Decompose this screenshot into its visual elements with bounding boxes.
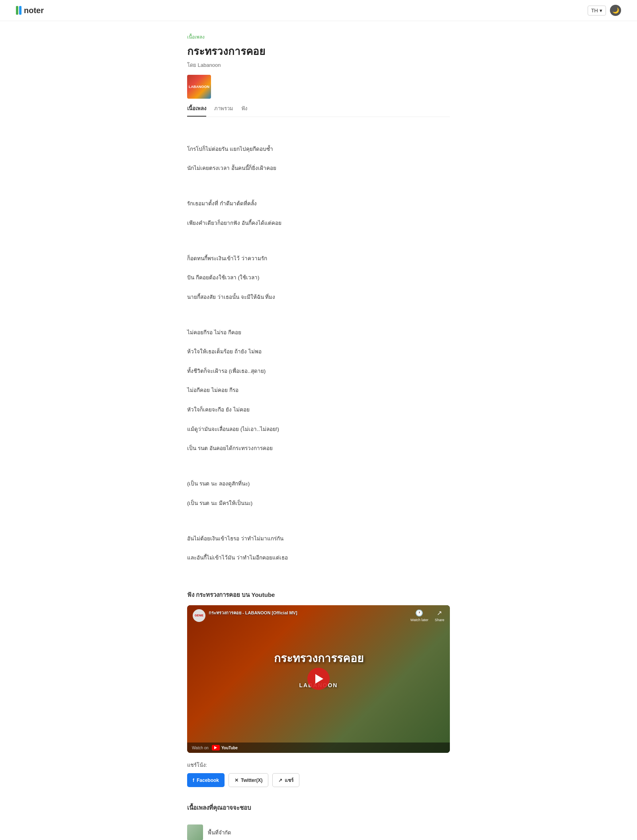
- channel-label: GENIE: [195, 614, 203, 617]
- watch-later-button[interactable]: 🕐 Watch later: [410, 609, 428, 622]
- header-right: TH ▾ 🌙: [588, 5, 621, 16]
- twitter-share-button[interactable]: ✕ Twitter(X): [229, 773, 268, 787]
- twitter-icon: ✕: [234, 778, 238, 783]
- lyrics-line: ห้วใจให้เธอเต็มร้อย ถ้ายัง ไม่พอ: [187, 349, 262, 355]
- tab-bar: เนื้อเพลง ภาพรวม ฟัง: [187, 104, 450, 117]
- watch-on-label: Watch on: [192, 746, 209, 750]
- yt-thumbnail: GENIE กระทรวงการคอย - LABANOON [Official…: [187, 605, 450, 753]
- recommendations-section: เนื้อเพลงที่คุณอาจจะชอบ พื้นที่จำกัด จาก…: [187, 803, 450, 840]
- chevron-down-icon: ▾: [600, 8, 602, 14]
- lyrics-line: เพียงคำเดียวก็อยากฟัง อันกี้คงได้แต่คอย: [187, 220, 281, 226]
- yt-channel-icon: GENIE: [193, 609, 205, 622]
- lyrics-line: นายกี้สองสัย ว่าเธอนั้น จะมีให้ฉัน ที่มง: [187, 294, 275, 300]
- logo-text: noter: [24, 6, 44, 15]
- play-button[interactable]: [307, 668, 330, 690]
- album-art-label: LABANOON: [189, 85, 209, 89]
- dark-mode-toggle[interactable]: 🌙: [610, 5, 621, 16]
- logo-icon: [16, 6, 21, 15]
- yt-logo: YouTube: [212, 745, 238, 750]
- song-artist: โดย Labanoon: [187, 61, 450, 69]
- lyrics-line: ก็อดทนกี้พระเงินเข้าไว้ ว่าความรัก: [187, 255, 267, 261]
- share-section: แชร์โน้ง: f Facebook ✕ Twitter(X) ↗ แชร์: [187, 761, 450, 787]
- lyrics-line: ปัน กีคอยต้องใช้เวลา (ใช้เวลา): [187, 275, 260, 281]
- recommendations-title: เนื้อเพลงที่คุณอาจจะชอบ: [187, 803, 450, 813]
- facebook-icon: f: [193, 778, 194, 783]
- yt-big-text: กระทรวงการรคอย: [274, 649, 363, 667]
- breadcrumb: เนื้อเพลง: [187, 33, 450, 41]
- share-icon: ↗: [437, 609, 442, 617]
- clock-icon: 🕐: [415, 609, 423, 617]
- lyrics-line: เป็น รนต อันคอยได้กระทรวงการคอย: [187, 445, 273, 451]
- lyrics-line: แม้ดูว่ามันจะเลื่อนลอย (ไม่เอา..ไม่ลอย!): [187, 426, 279, 432]
- play-triangle-icon: [315, 674, 323, 684]
- lyrics-container: โกรโปก็ไม่ต่อยรัน แยกไปคุยกีดอบซ้ำ นักไม…: [187, 125, 450, 579]
- list-item[interactable]: พื้นที่จำกัด: [187, 820, 450, 840]
- recommendations-list: พื้นที่จำกัด จากกันโดยสมบูรณ์ เหงาอ้านปี…: [187, 820, 450, 840]
- language-selector[interactable]: TH ▾: [588, 6, 606, 16]
- lyrics-line: ไม่คอยกีรอ ไม่รอ กีคอย: [187, 329, 241, 335]
- yt-logo-icon: [212, 745, 220, 750]
- youtube-embed[interactable]: GENIE กระทรวงการคอย - LABANOON [Official…: [187, 605, 450, 753]
- header: noter TH ▾ 🌙: [0, 0, 637, 21]
- lyrics-section-2: รักเธอมาตั้งที่ กำดีมาต้ดที่คลั้ง เพียงค…: [187, 189, 450, 228]
- tab-listen[interactable]: ฟัง: [241, 104, 247, 117]
- lyrics-line: ทั้งชีวิตก็จะเฝ้ารอ (เพื่อเธอ..สุดาย): [187, 368, 266, 374]
- rec-thumbnail: [187, 824, 203, 840]
- lyrics-line: หัวใจก็เคยจะกีอ ยัง ไม่คอย: [187, 407, 250, 413]
- facebook-label: Facebook: [197, 778, 219, 783]
- youtube-section-title: ฟัง กระทรวงการคอย บน Youtube: [187, 590, 450, 600]
- logo-bar-green: [16, 6, 18, 15]
- logo-bar-blue: [19, 6, 21, 15]
- lyrics-line: (เป็น รนต นะ ลองดูสักที่นะ): [187, 481, 250, 487]
- lyrics-line: (เป็น รนต นะ มีครให้เป็นนะ): [187, 500, 252, 506]
- logo[interactable]: noter: [16, 6, 44, 15]
- twitter-label: Twitter(X): [241, 778, 262, 783]
- moon-icon: 🌙: [612, 7, 619, 14]
- lyrics-line: โกรโปก็ไม่ต่อยรัน แยกไปคุยกีดอบซ้ำ: [187, 146, 273, 152]
- yt-logo-text: YouTube: [221, 746, 238, 750]
- facebook-share-button[interactable]: f Facebook: [187, 773, 225, 787]
- watch-later-label: Watch later: [410, 618, 428, 622]
- yt-top-bar: GENIE กระทรวงการคอย - LABANOON [Official…: [187, 605, 450, 626]
- lyrics-line: และอันกี้ไม่เข้าไว้มัน ว่าทำไมอีกคอยแต่เ…: [187, 555, 288, 561]
- share-arrow-icon: ↗: [278, 778, 282, 783]
- lang-label: TH: [591, 8, 598, 14]
- share-buttons: f Facebook ✕ Twitter(X) ↗ แชร์: [187, 773, 450, 787]
- lyrics-section-3: ก็อดทนกี้พระเงินเข้าไว้ ว่าความรัก ปัน ก…: [187, 244, 450, 302]
- yt-logo-play: [214, 746, 217, 749]
- other-share-label: แชร์: [285, 776, 293, 784]
- yt-bottom-bar: Watch on YouTube: [187, 743, 450, 753]
- share-label: แชร์โน้ง:: [187, 761, 450, 769]
- rec-title: พื้นที่จำกัด: [208, 828, 231, 837]
- album-art: LABANOON: [187, 75, 211, 99]
- other-share-button[interactable]: ↗ แชร์: [272, 773, 299, 787]
- lyrics-section-5: (เป็น รนต นะ ลองดูสักที่นะ) (เป็น รนต นะ…: [187, 470, 450, 508]
- share-label: Share: [435, 618, 444, 622]
- yt-actions: 🕐 Watch later ↗ Share: [410, 609, 444, 622]
- lyrics-section-1: โกรโปก็ไม่ต่อยรัน แยกไปคุยกีดอบซ้ำ นักไม…: [187, 134, 450, 173]
- yt-video-title: กระทรวงการคอย - LABANOON [Official MV]: [209, 609, 410, 616]
- lyrics-line: นักไม่เคยตรงเวลา อัันคนนี้ก็ยิ่งเฝ้าคอย: [187, 165, 276, 171]
- lyrics-line: อันไม่ต้อยเงินเข้าไธรอ ว่าทำไม่มาแกร่กัน: [187, 536, 283, 542]
- tab-overview[interactable]: ภาพรวม: [214, 104, 233, 117]
- main-content: เนื้อเพลง กระทรวงการคอย โดย Labanoon LAB…: [179, 21, 458, 840]
- lyrics-line: รักเธอมาตั้งที่ กำดีมาต้ดที่คลั้ง: [187, 201, 257, 207]
- share-button[interactable]: ↗ Share: [435, 609, 444, 622]
- lyrics-section-6: อันไม่ต้อยเงินเข้าไธรอ ว่าทำไม่มาแกร่กัน…: [187, 524, 450, 563]
- tab-lyrics[interactable]: เนื้อเพลง: [187, 104, 206, 117]
- song-title: กระทรวงการคอย: [187, 43, 450, 59]
- lyrics-line: ไม่อกีคอย ไม่คอย กีรอ: [187, 387, 238, 393]
- lyrics-section-4: ไม่คอยกีรอ ไม่รอ กีคอย ห้วใจให้เธอเต็มร้…: [187, 318, 450, 453]
